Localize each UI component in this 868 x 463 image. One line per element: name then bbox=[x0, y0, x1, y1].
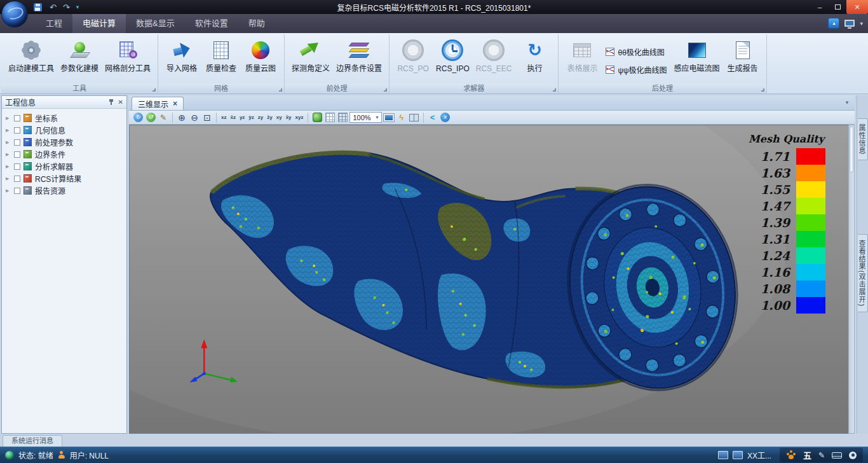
mesh-mode-icon[interactable] bbox=[337, 112, 348, 123]
ime-paw-icon[interactable] bbox=[786, 450, 796, 460]
redo-button[interactable]: ↷ bbox=[63, 3, 70, 11]
quality-cloud-map-button[interactable]: 质量云图 bbox=[241, 36, 280, 85]
psi-polarization-curve-button[interactable]: ψψ极化曲线图 bbox=[602, 62, 670, 76]
view-xz-back-button[interactable]: x̄z bbox=[229, 112, 236, 123]
zoom-in-icon[interactable]: ⊕ bbox=[176, 112, 187, 123]
ime-mode-label[interactable]: 五 bbox=[803, 449, 811, 461]
execute-button[interactable]: ↻ 执行 bbox=[515, 36, 554, 85]
expander-icon[interactable]: ▶ bbox=[6, 116, 11, 121]
viewport-scrollbar[interactable] bbox=[848, 125, 855, 434]
button-label: RCS_PO bbox=[397, 64, 428, 73]
tree-item-geometry-info[interactable]: ▶ 几何信息 bbox=[2, 124, 126, 136]
toolbar-separator bbox=[423, 113, 424, 123]
tab-3d-display[interactable]: 三维显示 × bbox=[132, 97, 184, 110]
zoom-out-icon[interactable]: ⊖ bbox=[189, 112, 200, 123]
tab-close-icon[interactable]: × bbox=[173, 99, 177, 108]
scrollbar-thumb[interactable] bbox=[850, 127, 853, 172]
tab-list-dropdown-icon[interactable]: ▼ bbox=[844, 100, 850, 106]
mesh-partition-tool-button[interactable]: 网格剖分工具 bbox=[102, 36, 154, 85]
expander-icon[interactable]: ▶ bbox=[6, 152, 11, 157]
view-xy-back-button[interactable]: x̄y bbox=[285, 112, 293, 123]
sketch-axes-icon[interactable]: ✎ bbox=[158, 112, 169, 123]
maximize-button[interactable] bbox=[829, 0, 846, 14]
orbit-view-icon[interactable]: ↺ bbox=[145, 112, 156, 123]
view-xy-button[interactable]: xy bbox=[275, 112, 283, 123]
taskbar-window-icon[interactable] bbox=[733, 451, 743, 459]
3d-viewport[interactable]: Mesh Quality 1.71 1.63 1.55 1.47 1.39 1.… bbox=[129, 125, 848, 434]
close-button[interactable]: ✕ bbox=[846, 0, 868, 14]
dialog-launcher-icon[interactable] bbox=[384, 88, 387, 92]
theta-polarization-curve-button[interactable]: θθ极化曲线图 bbox=[602, 45, 670, 59]
ime-keyboard-icon[interactable] bbox=[832, 452, 842, 459]
expander-icon[interactable]: ▶ bbox=[6, 140, 11, 145]
start-modeling-tool-button[interactable]: 启动建模工具 bbox=[5, 36, 57, 85]
cancel-icon[interactable]: × bbox=[440, 112, 451, 123]
pin-icon[interactable] bbox=[108, 99, 114, 106]
tab-em-calculation[interactable]: 电磁计算 bbox=[72, 13, 126, 33]
rotate-view-icon[interactable]: ↻ bbox=[132, 112, 144, 123]
ime-wrench-icon[interactable] bbox=[849, 452, 857, 459]
view-zy-back-button[interactable]: z̄y bbox=[266, 112, 273, 123]
wireframe-mode-icon[interactable] bbox=[324, 112, 336, 123]
layout-panels-icon[interactable] bbox=[409, 112, 420, 123]
tree-item-rcs-results[interactable]: ▶ RCS计算结果 bbox=[2, 172, 126, 184]
dialog-launcher-icon[interactable] bbox=[153, 88, 156, 92]
expander-icon[interactable]: ▶ bbox=[6, 176, 11, 181]
screen-capture-icon[interactable] bbox=[383, 112, 395, 123]
induced-current-map-button[interactable]: 感应电磁流图 bbox=[671, 36, 723, 85]
dialog-launcher-icon[interactable] bbox=[279, 88, 282, 92]
tab-project[interactable]: 工程 bbox=[36, 13, 72, 33]
ime-pen-icon[interactable]: ✎ bbox=[818, 451, 825, 460]
tab-data-display[interactable]: 数据&显示 bbox=[126, 13, 185, 33]
tree-checkbox[interactable] bbox=[14, 151, 20, 158]
tree-checkbox[interactable] bbox=[14, 163, 20, 170]
view-yz-button[interactable]: yz bbox=[238, 112, 246, 123]
probe-angle-definition-button[interactable]: 探测角定义 bbox=[288, 36, 333, 85]
status-globe-icon bbox=[5, 451, 14, 460]
import-mesh-button[interactable]: 导入网格 bbox=[162, 36, 201, 85]
collapse-ribbon-button[interactable]: ▲ bbox=[828, 18, 839, 29]
rcs-ipo-button[interactable]: RCS_IPO bbox=[433, 36, 473, 85]
parametric-modeling-button[interactable]: 参数化建模 bbox=[57, 36, 102, 85]
share-icon[interactable]: < bbox=[427, 112, 438, 123]
expander-icon[interactable]: ▶ bbox=[6, 188, 11, 193]
tree-checkbox[interactable] bbox=[14, 176, 20, 182]
tree-item-report-resources[interactable]: ▶ 报告资源 bbox=[2, 184, 126, 197]
expander-icon[interactable]: ▶ bbox=[6, 128, 11, 133]
tab-view-results[interactable]: 查看结果(双击展开) bbox=[858, 234, 868, 312]
lighting-icon[interactable]: ϟ bbox=[396, 112, 407, 123]
minimize-button[interactable]: – bbox=[811, 0, 829, 14]
dialog-launcher-icon[interactable] bbox=[553, 88, 556, 92]
boundary-condition-settings-button[interactable]: 边界条件设置 bbox=[333, 36, 385, 85]
display-monitor-icon[interactable] bbox=[844, 20, 855, 27]
tree-item-preprocess-params[interactable]: ▶ 前处理参数 bbox=[2, 136, 126, 148]
dialog-launcher-icon[interactable] bbox=[761, 88, 764, 92]
tree-item-boundary-conditions[interactable]: ▶ 边界条件 bbox=[2, 148, 126, 160]
zoom-window-icon[interactable]: ⊡ bbox=[201, 112, 213, 123]
generate-report-button[interactable]: 生成报告 bbox=[723, 36, 763, 85]
view-yz-back-button[interactable]: ȳz bbox=[247, 112, 255, 123]
tree-checkbox[interactable] bbox=[14, 139, 20, 146]
tab-property-info[interactable]: 属性信息 bbox=[858, 118, 868, 160]
tree-checkbox[interactable] bbox=[14, 115, 20, 121]
tree-checkbox[interactable] bbox=[14, 188, 20, 194]
shaded-mode-icon[interactable] bbox=[311, 112, 323, 123]
tree-checkbox[interactable] bbox=[14, 127, 20, 134]
menu-dropdown-icon[interactable]: ▾ bbox=[860, 20, 863, 27]
save-button[interactable] bbox=[32, 1, 43, 13]
undo-button[interactable]: ↶ bbox=[50, 3, 57, 11]
view-zy-button[interactable]: zy bbox=[257, 112, 264, 123]
tree-item-analysis-solver[interactable]: ▶ 分析求解器 bbox=[2, 160, 126, 172]
tree-item-coordinate-system[interactable]: ▶ 坐标系 bbox=[2, 112, 126, 124]
quick-access-dropdown-icon[interactable]: ▾ bbox=[76, 4, 79, 10]
taskbar-window-icon[interactable] bbox=[718, 451, 728, 459]
tab-help[interactable]: 帮助 bbox=[238, 13, 275, 33]
view-xz-button[interactable]: xz bbox=[220, 112, 227, 123]
expander-icon[interactable]: ▶ bbox=[6, 164, 11, 169]
view-isometric-button[interactable]: xyz bbox=[294, 112, 305, 123]
zoom-level-select[interactable]: 100% ▾ bbox=[349, 112, 381, 123]
panel-close-icon[interactable]: ✕ bbox=[118, 99, 123, 106]
tab-software-settings[interactable]: 软件设置 bbox=[185, 13, 238, 33]
tab-system-messages[interactable]: 系统运行消息 bbox=[3, 435, 62, 446]
quality-check-button[interactable]: 质量检查 bbox=[201, 36, 241, 85]
